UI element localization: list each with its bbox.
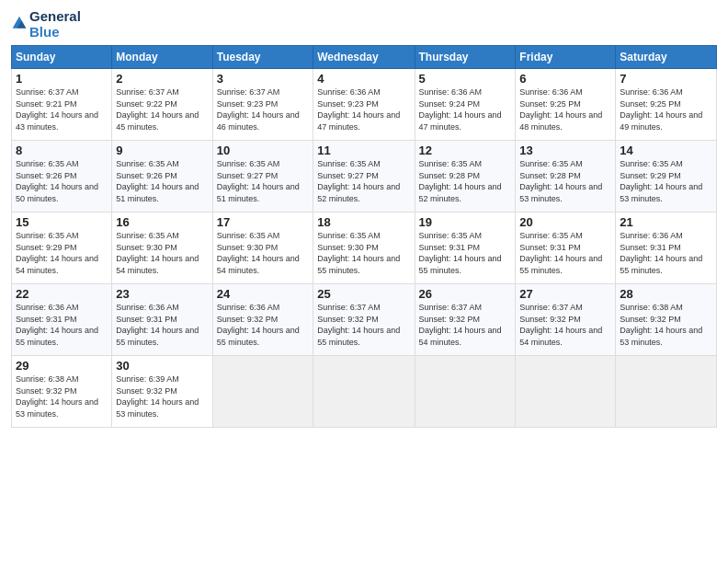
- weekday-header-row: SundayMondayTuesdayWednesdayThursdayFrid…: [12, 46, 717, 69]
- logo-text-line2: Blue: [29, 25, 81, 40]
- day-number: 16: [116, 215, 208, 229]
- calendar-row: 1 Sunrise: 6:37 AMSunset: 9:21 PMDayligh…: [12, 69, 717, 141]
- day-number: 5: [419, 72, 512, 86]
- day-number: 2: [116, 72, 208, 86]
- day-cell: 8 Sunrise: 6:35 AMSunset: 9:26 PMDayligh…: [12, 141, 112, 213]
- day-cell: 9 Sunrise: 6:35 AMSunset: 9:26 PMDayligh…: [112, 141, 212, 213]
- empty-cell: [415, 356, 516, 428]
- day-number: 9: [116, 144, 208, 157]
- day-info: Sunrise: 6:35 AMSunset: 9:30 PMDaylight:…: [317, 231, 400, 275]
- day-info: Sunrise: 6:35 AMSunset: 9:28 PMDaylight:…: [419, 159, 502, 203]
- day-cell: 19 Sunrise: 6:35 AMSunset: 9:31 PMDaylig…: [415, 213, 516, 284]
- day-info: Sunrise: 6:36 AMSunset: 9:25 PMDaylight:…: [620, 87, 702, 132]
- day-number: 6: [519, 72, 611, 86]
- day-info: Sunrise: 6:35 AMSunset: 9:30 PMDaylight:…: [217, 231, 300, 275]
- day-number: 10: [217, 144, 310, 157]
- day-number: 13: [519, 144, 611, 157]
- weekday-header: Thursday: [415, 46, 516, 69]
- day-info: Sunrise: 6:36 AMSunset: 9:31 PMDaylight:…: [116, 303, 199, 347]
- day-info: Sunrise: 6:35 AMSunset: 9:31 PMDaylight:…: [519, 231, 602, 275]
- day-cell: 13 Sunrise: 6:35 AMSunset: 9:28 PMDaylig…: [516, 141, 616, 213]
- day-number: 25: [317, 287, 410, 301]
- day-cell: 21 Sunrise: 6:36 AMSunset: 9:31 PMDaylig…: [616, 213, 717, 284]
- day-number: 30: [116, 359, 208, 373]
- day-number: 29: [16, 359, 108, 373]
- day-info: Sunrise: 6:37 AMSunset: 9:32 PMDaylight:…: [419, 303, 502, 347]
- day-info: Sunrise: 6:38 AMSunset: 9:32 PMDaylight:…: [620, 303, 702, 347]
- day-number: 12: [419, 144, 512, 157]
- day-info: Sunrise: 6:36 AMSunset: 9:25 PMDaylight:…: [519, 87, 602, 132]
- day-cell: 22 Sunrise: 6:36 AMSunset: 9:31 PMDaylig…: [12, 284, 112, 356]
- day-cell: 10 Sunrise: 6:35 AMSunset: 9:27 PMDaylig…: [212, 141, 313, 213]
- empty-cell: [616, 356, 717, 428]
- logo-icon: [11, 15, 28, 31]
- day-number: 1: [16, 72, 108, 86]
- day-cell: 23 Sunrise: 6:36 AMSunset: 9:31 PMDaylig…: [112, 284, 212, 356]
- logo: General Blue: [11, 9, 81, 40]
- day-info: Sunrise: 6:39 AMSunset: 9:32 PMDaylight:…: [116, 374, 199, 419]
- day-number: 24: [217, 287, 310, 301]
- day-info: Sunrise: 6:36 AMSunset: 9:31 PMDaylight:…: [620, 231, 702, 275]
- day-number: 15: [16, 215, 108, 229]
- day-info: Sunrise: 6:35 AMSunset: 9:29 PMDaylight:…: [16, 231, 98, 275]
- day-info: Sunrise: 6:35 AMSunset: 9:26 PMDaylight:…: [116, 159, 199, 203]
- day-cell: 27 Sunrise: 6:37 AMSunset: 9:32 PMDaylig…: [516, 284, 616, 356]
- day-cell: 30 Sunrise: 6:39 AMSunset: 9:32 PMDaylig…: [112, 356, 212, 428]
- day-number: 7: [620, 72, 712, 86]
- day-info: Sunrise: 6:36 AMSunset: 9:32 PMDaylight:…: [217, 303, 300, 347]
- day-info: Sunrise: 6:36 AMSunset: 9:31 PMDaylight:…: [16, 303, 98, 347]
- weekday-header: Monday: [112, 46, 212, 69]
- day-number: 20: [519, 215, 611, 229]
- day-cell: 3 Sunrise: 6:37 AMSunset: 9:23 PMDayligh…: [212, 69, 313, 141]
- day-cell: 26 Sunrise: 6:37 AMSunset: 9:32 PMDaylig…: [415, 284, 516, 356]
- day-info: Sunrise: 6:35 AMSunset: 9:28 PMDaylight:…: [519, 159, 602, 203]
- day-info: Sunrise: 6:38 AMSunset: 9:32 PMDaylight:…: [16, 374, 98, 419]
- day-cell: 15 Sunrise: 6:35 AMSunset: 9:29 PMDaylig…: [12, 213, 112, 284]
- day-cell: 28 Sunrise: 6:38 AMSunset: 9:32 PMDaylig…: [616, 284, 717, 356]
- day-number: 18: [317, 215, 410, 229]
- day-number: 19: [419, 215, 512, 229]
- day-number: 22: [16, 287, 108, 301]
- day-number: 26: [419, 287, 512, 301]
- day-info: Sunrise: 6:37 AMSunset: 9:22 PMDaylight:…: [116, 87, 199, 132]
- weekday-header: Friday: [516, 46, 616, 69]
- page-header: General Blue: [11, 9, 717, 40]
- weekday-header: Saturday: [616, 46, 717, 69]
- weekday-header: Sunday: [12, 46, 112, 69]
- day-number: 27: [519, 287, 611, 301]
- day-info: Sunrise: 6:37 AMSunset: 9:32 PMDaylight:…: [317, 303, 400, 347]
- day-number: 3: [217, 72, 310, 86]
- day-number: 8: [16, 144, 108, 157]
- calendar-row: 22 Sunrise: 6:36 AMSunset: 9:31 PMDaylig…: [12, 284, 717, 356]
- day-number: 28: [620, 287, 712, 301]
- day-number: 17: [217, 215, 310, 229]
- day-info: Sunrise: 6:35 AMSunset: 9:27 PMDaylight:…: [217, 159, 300, 203]
- day-info: Sunrise: 6:36 AMSunset: 9:23 PMDaylight:…: [317, 87, 400, 132]
- day-cell: 18 Sunrise: 6:35 AMSunset: 9:30 PMDaylig…: [313, 213, 415, 284]
- calendar-table: SundayMondayTuesdayWednesdayThursdayFrid…: [11, 45, 717, 428]
- weekday-header: Wednesday: [313, 46, 415, 69]
- day-cell: 29 Sunrise: 6:38 AMSunset: 9:32 PMDaylig…: [12, 356, 112, 428]
- day-cell: 5 Sunrise: 6:36 AMSunset: 9:24 PMDayligh…: [415, 69, 516, 141]
- calendar-row: 15 Sunrise: 6:35 AMSunset: 9:29 PMDaylig…: [12, 213, 717, 284]
- empty-cell: [212, 356, 313, 428]
- day-number: 11: [317, 144, 410, 157]
- logo-text-line1: General: [29, 9, 81, 25]
- day-number: 23: [116, 287, 208, 301]
- calendar-row: 8 Sunrise: 6:35 AMSunset: 9:26 PMDayligh…: [12, 141, 717, 213]
- day-cell: 11 Sunrise: 6:35 AMSunset: 9:27 PMDaylig…: [313, 141, 415, 213]
- day-cell: 17 Sunrise: 6:35 AMSunset: 9:30 PMDaylig…: [212, 213, 313, 284]
- day-cell: 25 Sunrise: 6:37 AMSunset: 9:32 PMDaylig…: [313, 284, 415, 356]
- day-cell: 24 Sunrise: 6:36 AMSunset: 9:32 PMDaylig…: [212, 284, 313, 356]
- weekday-header: Tuesday: [212, 46, 313, 69]
- day-cell: 12 Sunrise: 6:35 AMSunset: 9:28 PMDaylig…: [415, 141, 516, 213]
- day-number: 21: [620, 215, 712, 229]
- day-info: Sunrise: 6:36 AMSunset: 9:24 PMDaylight:…: [419, 87, 502, 132]
- day-info: Sunrise: 6:35 AMSunset: 9:30 PMDaylight:…: [116, 231, 199, 275]
- day-number: 14: [620, 144, 712, 157]
- calendar-row: 29 Sunrise: 6:38 AMSunset: 9:32 PMDaylig…: [12, 356, 717, 428]
- empty-cell: [313, 356, 415, 428]
- empty-cell: [516, 356, 616, 428]
- day-cell: 1 Sunrise: 6:37 AMSunset: 9:21 PMDayligh…: [12, 69, 112, 141]
- day-info: Sunrise: 6:35 AMSunset: 9:26 PMDaylight:…: [16, 159, 98, 203]
